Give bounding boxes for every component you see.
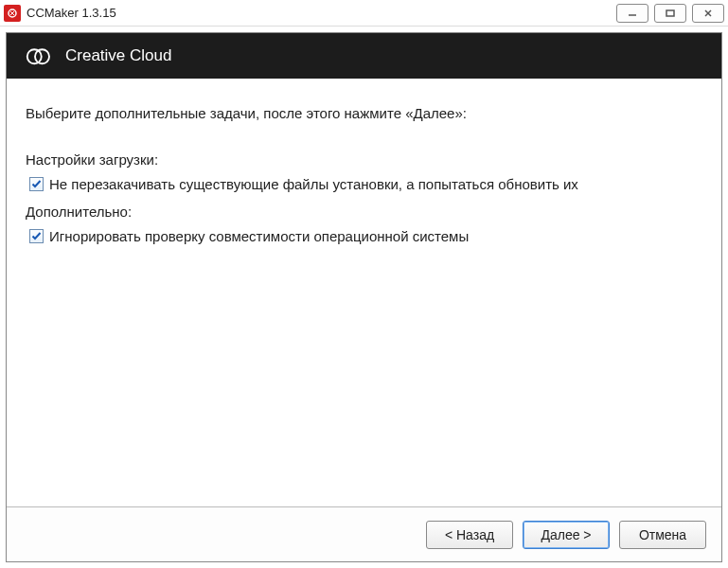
titlebar: CCMaker 1.3.15 bbox=[0, 0, 728, 27]
section-additional-label: Дополнительно: bbox=[26, 202, 702, 223]
close-button[interactable] bbox=[692, 4, 724, 23]
creative-cloud-icon bbox=[24, 44, 52, 67]
next-button[interactable]: Далее > bbox=[523, 521, 610, 549]
checkbox-ignore-os[interactable] bbox=[29, 229, 44, 243]
checkbox-redownload-label[interactable]: Не перезакачивать существующие файлы уст… bbox=[49, 174, 578, 196]
section-download-label: Настройки загрузки: bbox=[26, 150, 702, 171]
checkbox-row-ignore-os: Игнорировать проверку совместимости опер… bbox=[26, 226, 702, 248]
window-controls bbox=[616, 4, 724, 23]
dialog-content: Выберите дополнительные задачи, после эт… bbox=[7, 79, 721, 506]
app-icon bbox=[4, 5, 21, 22]
maximize-button[interactable] bbox=[654, 4, 686, 23]
instruction-text: Выберите дополнительные задачи, после эт… bbox=[26, 103, 702, 125]
window-title: CCMaker 1.3.15 bbox=[27, 6, 616, 20]
dialog-frame: Creative Cloud Выберите дополнительные з… bbox=[6, 32, 722, 562]
minimize-button[interactable] bbox=[616, 4, 648, 23]
dialog-title: Creative Cloud bbox=[65, 46, 171, 65]
dialog-footer: < Назад Далее > Отмена bbox=[7, 506, 721, 561]
checkbox-ignore-os-label[interactable]: Игнорировать проверку совместимости опер… bbox=[49, 226, 469, 248]
back-button[interactable]: < Назад bbox=[426, 521, 513, 549]
checkbox-redownload[interactable] bbox=[29, 177, 44, 191]
cancel-button[interactable]: Отмена bbox=[619, 521, 706, 549]
svg-rect-2 bbox=[666, 10, 674, 16]
dialog-header: Creative Cloud bbox=[7, 33, 721, 79]
checkbox-row-redownload: Не перезакачивать существующие файлы уст… bbox=[26, 174, 702, 196]
